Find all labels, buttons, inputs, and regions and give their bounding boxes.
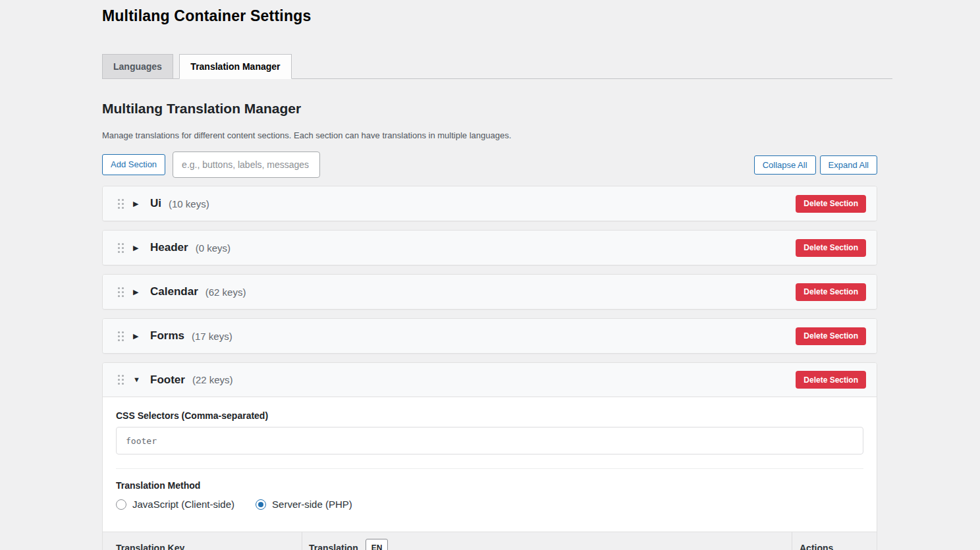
caret-right-icon[interactable] bbox=[133, 333, 142, 340]
section-header: Forms(17 keys)Delete Section bbox=[103, 319, 877, 353]
add-section-button[interactable]: Add Section bbox=[102, 154, 165, 175]
delete-section-button[interactable]: Delete Section bbox=[796, 195, 866, 213]
delete-section-button[interactable]: Delete Section bbox=[796, 327, 866, 345]
section-detail-inner: CSS Selectors (Comma-separated) Translat… bbox=[103, 397, 877, 532]
translations-table-header: Translation Key Translation EN Actions bbox=[103, 532, 877, 550]
section-header: Header(0 keys)Delete Section bbox=[103, 231, 877, 265]
toolbar: Add Section Collapse All Expand All bbox=[102, 151, 877, 178]
section-title: Calendar bbox=[150, 285, 198, 298]
section-detail-body: CSS Selectors (Comma-separated) Translat… bbox=[103, 397, 877, 550]
delete-section-button[interactable]: Delete Section bbox=[796, 283, 866, 301]
drag-handle-icon[interactable] bbox=[118, 331, 124, 341]
page-wrap: Multilang Container Settings Languages T… bbox=[102, 0, 892, 550]
radio-option-javascript[interactable]: JavaScript (Client-side) bbox=[116, 499, 234, 510]
radio-label-serverside: Server-side (PHP) bbox=[272, 499, 352, 510]
language-badge-en[interactable]: EN bbox=[366, 539, 389, 550]
section-key-count: (22 keys) bbox=[192, 374, 233, 385]
caret-right-icon[interactable] bbox=[133, 289, 142, 296]
radio-option-serverside[interactable]: Server-side (PHP) bbox=[256, 499, 352, 510]
section-card: Header(0 keys)Delete Section bbox=[102, 230, 877, 265]
section-key-count: (62 keys) bbox=[205, 287, 246, 298]
column-header-translation-key: Translation Key bbox=[103, 532, 302, 550]
translation-method-options: JavaScript (Client-side) Server-side (PH… bbox=[116, 499, 863, 510]
column-header-translation: Translation EN bbox=[302, 532, 792, 550]
css-selectors-label: CSS Selectors (Comma-separated) bbox=[116, 410, 863, 422]
caret-right-icon[interactable] bbox=[133, 200, 142, 207]
expand-all-button[interactable]: Expand All bbox=[820, 155, 877, 175]
section-title: Ui bbox=[150, 197, 161, 210]
radio-icon-serverside[interactable] bbox=[256, 499, 266, 510]
tab-translation-manager[interactable]: Translation Manager bbox=[179, 54, 291, 79]
section-header: Footer(22 keys)Delete Section bbox=[103, 363, 877, 397]
manager-heading: Multilang Translation Manager bbox=[102, 100, 892, 117]
manager-description: Manage translations for different conten… bbox=[102, 130, 892, 141]
page-title: Multilang Container Settings bbox=[102, 6, 892, 26]
tab-bar: Languages Translation Manager bbox=[102, 54, 892, 79]
drag-handle-icon[interactable] bbox=[118, 287, 124, 297]
section-header: Calendar(62 keys)Delete Section bbox=[103, 275, 877, 309]
section-title: Header bbox=[150, 241, 188, 254]
delete-section-button[interactable]: Delete Section bbox=[796, 371, 866, 389]
drag-handle-icon[interactable] bbox=[118, 199, 124, 209]
drag-handle-icon[interactable] bbox=[118, 243, 124, 253]
section-header: Ui(10 keys)Delete Section bbox=[103, 186, 877, 221]
search-sections-input[interactable] bbox=[173, 151, 320, 178]
section-card: Footer(22 keys)Delete Section CSS Select… bbox=[102, 362, 877, 550]
css-selectors-input[interactable] bbox=[116, 427, 863, 454]
section-key-count: (10 keys) bbox=[169, 198, 209, 209]
translation-method-label: Translation Method bbox=[116, 480, 863, 491]
section-card: Ui(10 keys)Delete Section bbox=[102, 186, 877, 221]
caret-down-icon[interactable] bbox=[133, 376, 142, 383]
section-key-count: (0 keys) bbox=[196, 242, 231, 254]
tab-languages[interactable]: Languages bbox=[102, 54, 173, 78]
drag-handle-icon[interactable] bbox=[118, 375, 124, 385]
sections-list: Ui(10 keys)Delete SectionHeader(0 keys)D… bbox=[102, 186, 877, 550]
detail-divider bbox=[116, 468, 863, 469]
column-header-actions: Actions bbox=[792, 532, 877, 550]
delete-section-button[interactable]: Delete Section bbox=[796, 239, 866, 257]
radio-label-javascript: JavaScript (Client-side) bbox=[132, 499, 234, 510]
collapse-all-button[interactable]: Collapse All bbox=[754, 155, 816, 175]
section-card: Forms(17 keys)Delete Section bbox=[102, 318, 877, 354]
section-title: Footer bbox=[150, 373, 185, 387]
section-key-count: (17 keys) bbox=[192, 331, 232, 342]
radio-icon-javascript[interactable] bbox=[116, 499, 126, 510]
section-card: Calendar(62 keys)Delete Section bbox=[102, 274, 877, 310]
section-title: Forms bbox=[150, 329, 184, 343]
caret-right-icon[interactable] bbox=[133, 244, 142, 252]
translation-header-label: Translation bbox=[309, 543, 358, 550]
